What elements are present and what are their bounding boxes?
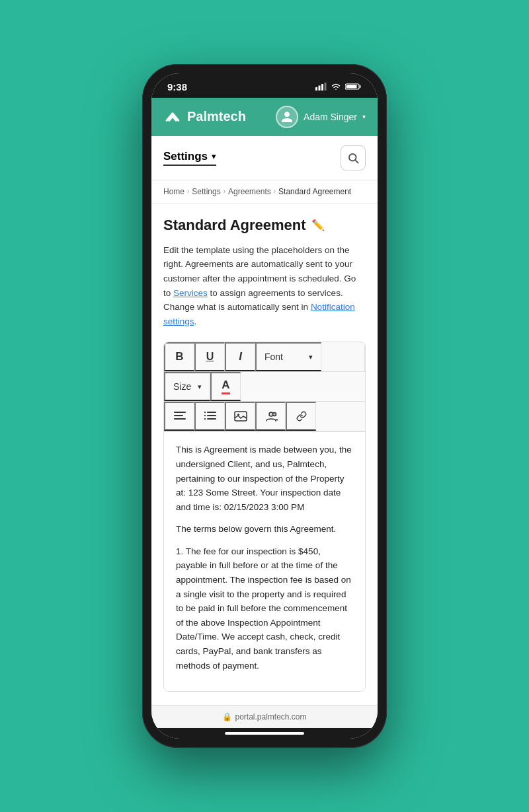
bold-button[interactable]: B	[164, 342, 194, 371]
user-name: Adam Singer	[304, 112, 357, 122]
avatar	[276, 106, 298, 128]
image-button[interactable]	[225, 402, 255, 431]
toolbar-spacer-3	[316, 402, 365, 431]
align-icon	[174, 412, 186, 421]
status-bar: 9:38	[151, 73, 378, 98]
home-indicator-area	[151, 728, 378, 739]
underline-label: U	[206, 351, 214, 363]
svg-rect-14	[204, 415, 206, 416]
breadcrumb-sep-2: ›	[224, 188, 225, 195]
breadcrumb-current: Standard Agreement	[278, 187, 351, 196]
user-icon	[280, 110, 294, 124]
underline-button[interactable]: U	[194, 342, 225, 371]
editor-paragraph-3: 1. The fee for our inspection is $450, p…	[176, 544, 353, 673]
editor-toolbar: B U I Font ▾	[163, 342, 366, 692]
toolbar-spacer-1	[321, 342, 365, 371]
svg-rect-9	[174, 412, 186, 413]
link-icon	[295, 411, 308, 422]
list-button[interactable]	[194, 402, 225, 431]
page-title: Standard Agreement ✏️	[163, 217, 366, 234]
svg-rect-5	[346, 85, 357, 89]
lock-icon: 🔒	[222, 712, 232, 721]
svg-rect-2	[321, 84, 323, 91]
align-button[interactable]	[164, 402, 194, 431]
user-area[interactable]: Adam Singer ▾	[276, 106, 366, 128]
svg-rect-10	[174, 415, 183, 416]
breadcrumb-sep-3: ›	[274, 188, 276, 195]
breadcrumb: Home › Settings › Agreements › Standard …	[151, 180, 378, 203]
font-label: Font	[264, 351, 283, 362]
italic-button[interactable]: I	[225, 342, 255, 371]
desc-part3: .	[194, 316, 197, 326]
svg-rect-16	[204, 418, 206, 420]
bold-label: B	[175, 350, 183, 363]
services-link[interactable]: Services	[173, 288, 208, 298]
editor-content[interactable]: This is Agreement is made between you, t…	[164, 431, 365, 691]
svg-rect-6	[360, 85, 362, 88]
editor-paragraph-2: The terms below govern this Agreement.	[176, 522, 353, 536]
search-icon	[347, 152, 359, 164]
url-bar: 🔒 portal.palmtech.com	[151, 705, 378, 728]
toolbar-row-1: B U I Font ▾	[164, 342, 365, 372]
svg-rect-17	[207, 418, 216, 420]
status-icons	[315, 83, 362, 91]
edit-icon[interactable]: ✏️	[311, 219, 325, 231]
svg-rect-1	[319, 86, 321, 91]
breadcrumb-agreements[interactable]: Agreements	[228, 187, 271, 196]
toolbar-spacer-2	[241, 372, 365, 401]
page-title-text: Standard Agreement	[163, 217, 306, 234]
svg-line-8	[355, 160, 358, 163]
toolbar-row-3	[164, 402, 365, 431]
font-dropdown[interactable]: Font ▾	[255, 342, 321, 371]
breadcrumb-home[interactable]: Home	[163, 187, 184, 196]
image-icon	[234, 411, 247, 422]
home-indicator-bar	[225, 732, 304, 735]
size-label: Size	[173, 381, 191, 392]
media-icon	[264, 411, 278, 422]
search-button[interactable]	[341, 145, 366, 170]
phone-frame: 9:38	[142, 64, 387, 748]
description-text: Edit the template using the placeholders…	[163, 243, 366, 329]
settings-chevron-icon: ▾	[212, 151, 216, 161]
italic-label: I	[239, 350, 242, 363]
toolbar-row-2: Size ▾ A	[164, 372, 365, 402]
text-color-button[interactable]: A	[210, 372, 241, 401]
app-header: Palmtech Adam Singer ▾	[151, 98, 378, 136]
color-icon: A	[222, 379, 229, 394]
main-content: Standard Agreement ✏️ Edit the template …	[151, 203, 378, 705]
breadcrumb-sep-1: ›	[187, 188, 189, 195]
signal-icon	[315, 83, 327, 91]
settings-nav: Settings ▾	[151, 136, 378, 180]
settings-label: Settings	[163, 150, 208, 163]
svg-rect-11	[174, 418, 186, 420]
size-dropdown[interactable]: Size ▾	[164, 372, 210, 401]
wifi-icon	[331, 83, 341, 91]
palmtech-logo-icon	[163, 108, 182, 126]
url-text: portal.palmtech.com	[235, 712, 306, 721]
settings-dropdown[interactable]: Settings ▾	[163, 150, 216, 166]
battery-icon	[345, 83, 362, 91]
size-chevron-icon: ▾	[198, 383, 202, 391]
svg-rect-3	[325, 83, 327, 91]
breadcrumb-settings[interactable]: Settings	[192, 187, 220, 196]
svg-rect-12	[204, 412, 206, 413]
link-button[interactable]	[286, 402, 316, 431]
user-chevron-icon: ▾	[362, 113, 366, 120]
phone-screen: 9:38	[151, 73, 378, 739]
status-time: 9:38	[167, 81, 187, 92]
logo-area: Palmtech	[163, 108, 246, 126]
editor-paragraph-1: This is Agreement is made between you, t…	[176, 443, 353, 514]
font-chevron-icon: ▾	[309, 353, 313, 361]
svg-point-21	[272, 413, 276, 416]
list-icon	[204, 412, 216, 421]
svg-rect-0	[315, 87, 317, 91]
svg-rect-13	[207, 412, 216, 413]
media-button[interactable]	[255, 402, 286, 431]
logo-text: Palmtech	[187, 109, 246, 124]
svg-rect-15	[207, 415, 216, 416]
